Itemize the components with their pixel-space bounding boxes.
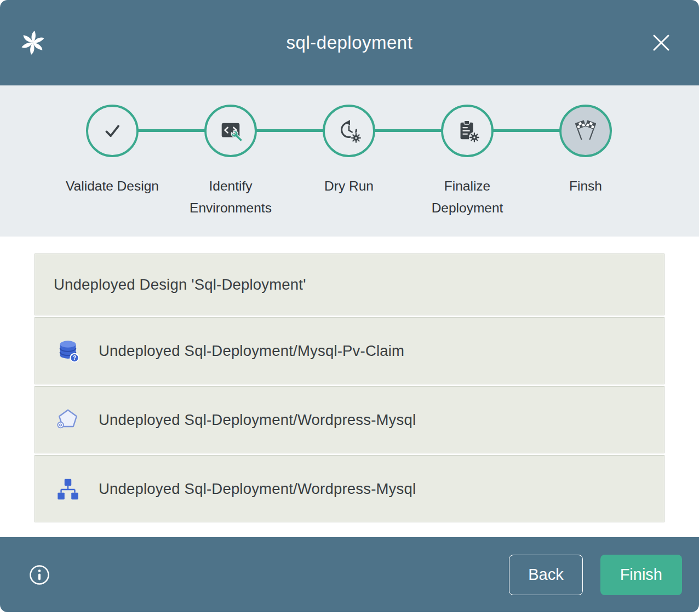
status-text: Undeployed Sql-Deployment/Mysql-Pv-Claim: [99, 342, 404, 360]
step-finish: Finsh: [526, 85, 645, 219]
step-circle: [323, 105, 375, 157]
status-row: ? Undeployed Sql-Deployment/Mysql-Pv-Cla…: [35, 317, 664, 384]
status-text: Undeployed Sql-Deployment/Wordpress-Mysq…: [99, 480, 416, 498]
dialog-footer: Back Finish: [0, 537, 699, 612]
step-circle: [441, 105, 494, 157]
close-icon: [651, 32, 672, 53]
workload-tree-icon: [55, 476, 81, 502]
step-label: Identify Environments: [183, 175, 279, 219]
code-wrench-icon: [218, 118, 243, 143]
close-button[interactable]: [649, 31, 673, 55]
pod-icon: [55, 407, 81, 433]
step-label: Dry Run: [324, 175, 374, 197]
deployment-wizard-dialog: sql-deployment Validate Design: [0, 0, 699, 612]
dialog-title: sql-deployment: [0, 32, 699, 53]
step-finalize-deployment: Finalize Deployment: [408, 85, 526, 219]
step-identify-environments: Identify Environments: [171, 85, 290, 219]
clipboard-gear-icon: [455, 118, 480, 143]
status-text: Undeployed Design 'Sql-Deployment': [54, 276, 306, 293]
step-dry-run: Dry Run: [290, 85, 408, 219]
step-circle: [204, 105, 257, 157]
stepper-steps: Validate Design Identify Environments: [53, 85, 645, 219]
status-row: Undeployed Design 'Sql-Deployment': [35, 254, 664, 315]
deployment-status-panel: Undeployed Design 'Sql-Deployment' ? Und…: [0, 237, 699, 537]
step-label: Finsh: [569, 175, 602, 197]
step-label: Finalize Deployment: [420, 175, 515, 219]
info-icon: [28, 564, 50, 586]
status-row: Undeployed Sql-Deployment/Wordpress-Mysq…: [35, 455, 664, 522]
status-row: Undeployed Sql-Deployment/Wordpress-Mysq…: [35, 386, 664, 453]
info-button[interactable]: [28, 564, 50, 586]
database-icon: ?: [55, 338, 81, 364]
step-circle: [559, 105, 612, 157]
status-text: Undeployed Sql-Deployment/Wordpress-Mysq…: [99, 411, 416, 429]
step-label: Validate Design: [66, 175, 159, 197]
step-validate-design: Validate Design: [53, 85, 171, 219]
app-logo-icon: [19, 29, 47, 56]
check-icon: [100, 118, 125, 143]
dry-run-icon: [336, 118, 362, 143]
wizard-stepper: Validate Design Identify Environments: [0, 85, 699, 237]
svg-text:?: ?: [73, 354, 76, 361]
dialog-header: sql-deployment: [0, 0, 699, 85]
checkered-flags-icon: [573, 118, 598, 143]
finish-button[interactable]: Finish: [600, 555, 682, 595]
back-button[interactable]: Back: [509, 555, 582, 595]
step-circle: [86, 105, 139, 157]
